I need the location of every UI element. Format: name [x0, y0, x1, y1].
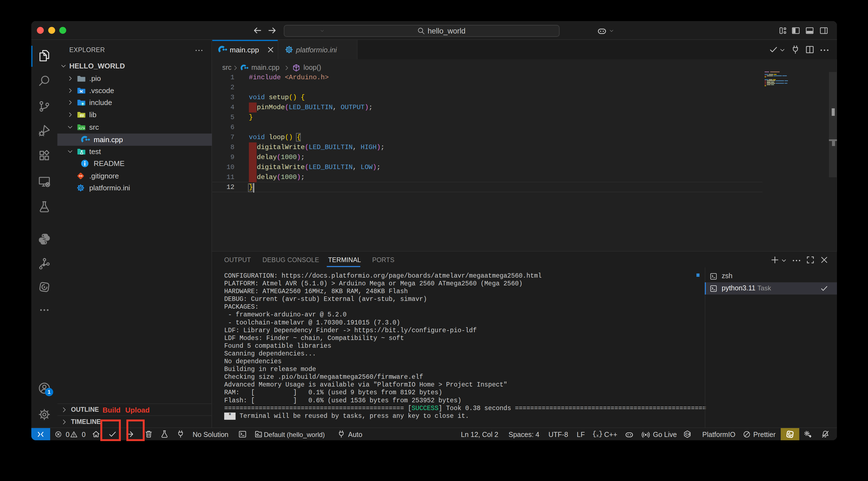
svg-text:C#: C# — [685, 432, 690, 437]
svg-text:</>: </> — [79, 126, 85, 130]
